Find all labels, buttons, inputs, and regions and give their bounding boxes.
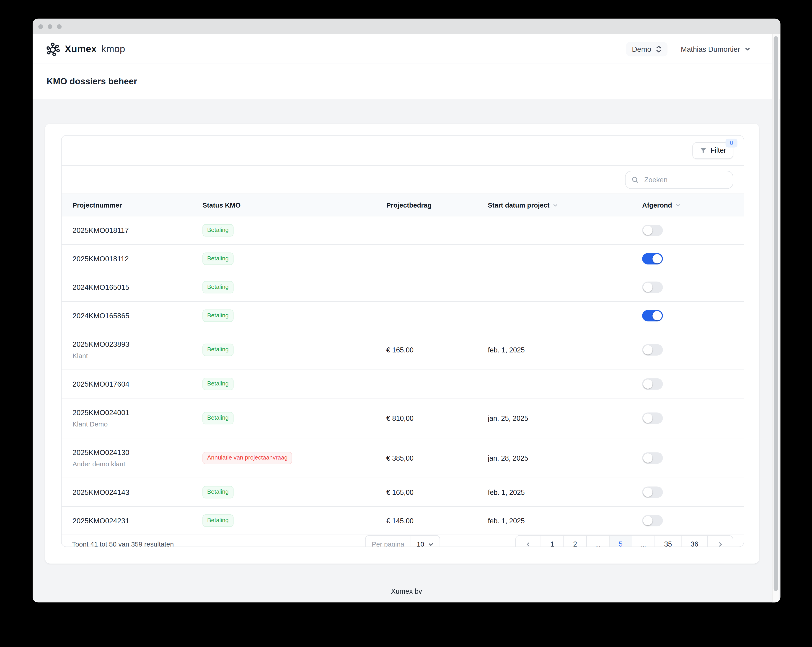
- cell-projectbedrag: € 385,00: [386, 438, 488, 478]
- cell-afgerond: [642, 273, 733, 301]
- funnel-icon: [700, 147, 707, 154]
- table-row[interactable]: 2024KMO165865Betaling: [61, 301, 743, 330]
- afgerond-toggle[interactable]: [642, 253, 663, 265]
- toggle-knob: [643, 414, 652, 423]
- cell-projectnummer: 2025KMO018112: [72, 245, 202, 273]
- projectbedrag-text: € 165,00: [386, 346, 414, 354]
- projectnummer-text: 2024KMO165865: [72, 312, 129, 320]
- column-header-label: Projectnummer: [72, 201, 122, 209]
- brand-logo[interactable]: Xumex kmop: [46, 42, 125, 56]
- afgerond-toggle[interactable]: [642, 344, 663, 356]
- cell-status: Betaling: [202, 245, 386, 273]
- projectnummer-text: 2025KMO023893: [72, 340, 129, 348]
- pager-page-36[interactable]: 36: [681, 536, 707, 547]
- afgerond-toggle[interactable]: [642, 452, 663, 464]
- startdatum-text: feb. 1, 2025: [488, 488, 525, 496]
- table-row[interactable]: 2024KMO165015Betaling: [61, 273, 743, 301]
- app-window: Xumex kmop Demo Mathias Dumortier: [33, 19, 780, 602]
- chevron-down-icon: [744, 46, 751, 52]
- brand-suffix: kmop: [101, 43, 125, 55]
- filter-button[interactable]: Filter 0: [692, 142, 733, 159]
- toggle-knob: [643, 487, 652, 497]
- cell-projectnummer: 2025KMO018117: [72, 216, 202, 244]
- toggle-knob: [643, 345, 652, 355]
- projectbedrag-text: € 385,00: [386, 454, 414, 462]
- table-body: 2025KMO018117Betaling2025KMO018112Betali…: [61, 216, 743, 535]
- page-title: KMO dossiers beheer: [46, 76, 137, 87]
- pager-page-35[interactable]: 35: [655, 536, 681, 547]
- cell-afgerond: [642, 507, 733, 535]
- status-badge: Betaling: [202, 224, 233, 236]
- klant-text: Ander demo klant: [72, 460, 125, 468]
- window-dot-icon[interactable]: [57, 24, 61, 29]
- cell-status: Betaling: [202, 330, 386, 370]
- table-row[interactable]: 2025KMO018117Betaling: [61, 216, 743, 245]
- filter-button-label: Filter: [711, 146, 726, 154]
- cell-projectnummer: 2024KMO165015: [72, 273, 202, 301]
- pagination-row: Toont 41 tot 50 van 359 resultaten Per p…: [61, 535, 743, 547]
- pager: 12...5...3536: [515, 535, 733, 547]
- cell-projectnummer: 2025KMO024130Ander demo klant: [72, 438, 202, 478]
- cell-projectbedrag: € 165,00: [386, 478, 488, 506]
- afgerond-toggle[interactable]: [642, 282, 663, 293]
- table-row[interactable]: 2025KMO024130Ander demo klantAnnulatie v…: [61, 438, 743, 478]
- column-header-3[interactable]: Start datum project: [488, 194, 642, 216]
- cell-afgerond: [642, 216, 733, 244]
- pager-page-1[interactable]: 1: [541, 536, 563, 547]
- per-page-value: 10: [417, 540, 424, 547]
- toggle-knob: [643, 516, 652, 525]
- status-badge: Annulatie van projectaanvraag: [202, 452, 292, 464]
- pager-next-button[interactable]: [707, 536, 733, 547]
- afgerond-toggle[interactable]: [642, 486, 663, 498]
- startdatum-text: feb. 1, 2025: [488, 517, 525, 524]
- column-header-4[interactable]: Afgerond: [642, 194, 733, 216]
- table-row[interactable]: 2025KMO024143Betaling€ 165,00feb. 1, 202…: [61, 478, 743, 507]
- cell-status: Betaling: [202, 301, 386, 330]
- search-toolbar: [61, 166, 743, 194]
- window-scrollbar[interactable]: [772, 34, 779, 602]
- toggle-knob: [643, 283, 652, 292]
- cell-afgerond: [642, 399, 733, 438]
- window-dot-icon[interactable]: [48, 24, 52, 29]
- cell-startdatum: [488, 301, 642, 330]
- cell-startdatum: [488, 216, 642, 244]
- cell-projectbedrag: [386, 370, 488, 398]
- pager-prev-button[interactable]: [516, 536, 541, 547]
- afgerond-toggle[interactable]: [642, 515, 663, 526]
- window-dot-icon[interactable]: [38, 24, 43, 29]
- status-badge: Betaling: [202, 515, 233, 527]
- per-page-select[interactable]: 10: [411, 540, 440, 547]
- cell-startdatum: feb. 1, 2025: [488, 478, 642, 506]
- startdatum-text: jan. 25, 2025: [488, 414, 528, 422]
- table-row[interactable]: 2025KMO017604Betaling: [61, 370, 743, 399]
- cell-status: Betaling: [202, 273, 386, 301]
- search-input[interactable]: [643, 175, 727, 184]
- projectbedrag-text: € 810,00: [386, 414, 414, 422]
- table-row[interactable]: 2025KMO024001Klant DemoBetaling€ 810,00j…: [61, 399, 743, 438]
- afgerond-toggle[interactable]: [642, 225, 663, 236]
- pager-page-2[interactable]: 2: [563, 536, 586, 547]
- workspace-select[interactable]: Demo: [626, 42, 667, 56]
- cell-projectbedrag: € 145,00: [386, 507, 488, 535]
- column-header-0: Projectnummer: [72, 194, 202, 216]
- afgerond-toggle[interactable]: [642, 310, 663, 321]
- table-row[interactable]: 2025KMO018112Betaling: [61, 245, 743, 273]
- content-area: Filter 0: [33, 99, 780, 602]
- table-row[interactable]: 2025KMO023893KlantBetaling€ 165,00feb. 1…: [61, 330, 743, 370]
- user-name: Mathias Dumortier: [681, 45, 740, 53]
- cell-startdatum: [488, 273, 642, 301]
- afgerond-toggle[interactable]: [642, 378, 663, 390]
- page-header: KMO dossiers beheer: [33, 64, 780, 99]
- sort-chevron-icon: [675, 202, 681, 208]
- projectnummer-text: 2025KMO017604: [72, 380, 129, 388]
- status-badge: Betaling: [202, 344, 233, 356]
- table-row[interactable]: 2025KMO024231Betaling€ 145,00feb. 1, 202…: [61, 507, 743, 535]
- user-menu[interactable]: Mathias Dumortier: [681, 45, 751, 53]
- cell-afgerond: [642, 438, 733, 478]
- pager-page-5[interactable]: 5: [609, 536, 632, 547]
- site-footer-text: Xumex bv: [33, 587, 780, 595]
- column-header-label: Afgerond: [642, 201, 672, 209]
- cell-afgerond: [642, 478, 733, 506]
- afgerond-toggle[interactable]: [642, 413, 663, 424]
- scrollbar-thumb[interactable]: [774, 36, 778, 591]
